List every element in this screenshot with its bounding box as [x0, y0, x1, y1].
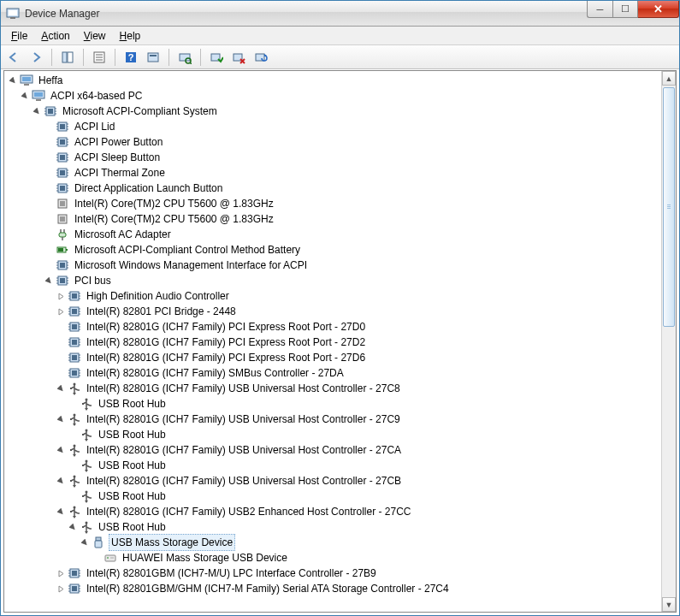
tree-node[interactable]: USB Root Hub — [8, 427, 661, 442]
tree-node[interactable]: Intel(R) 82801G (ICH7 Family) PCI Expres… — [8, 350, 661, 365]
scroll-thumb[interactable] — [663, 87, 675, 327]
svg-rect-109 — [72, 309, 77, 314]
chip-icon — [68, 289, 81, 303]
svg-rect-186 — [82, 526, 84, 528]
menu-file[interactable]: File — [6, 28, 33, 44]
tree-node-label: Intel(R) 82801G (ICH7 Family) SMBus Cont… — [85, 365, 346, 381]
tree-node[interactable]: Microsoft ACPI-Compliant System — [8, 104, 661, 119]
tree-node-label: Intel(R) 82801G (ICH7 Family) USB Univer… — [85, 381, 402, 396]
menu-view[interactable]: View — [79, 28, 111, 44]
tree-node[interactable]: Intel(R) 82801G (ICH7 Family) USB Univer… — [8, 473, 661, 489]
scan-hardware-button[interactable] — [175, 48, 194, 67]
twisty-spacer — [56, 322, 66, 332]
expand-collapse-icon[interactable] — [56, 414, 66, 424]
tree-node[interactable]: Intel(R) 82801G (ICH7 Family) PCI Expres… — [8, 319, 661, 335]
tree-node-label: Intel(R) Core(TM)2 CPU T5600 @ 1.83GHz — [73, 196, 275, 211]
expand-collapse-icon[interactable] — [56, 506, 66, 517]
svg-rect-170 — [82, 465, 84, 466]
expand-collapse-icon[interactable] — [20, 91, 30, 101]
menu-help[interactable]: Help — [115, 28, 146, 44]
back-button[interactable] — [4, 48, 23, 67]
expand-collapse-icon[interactable] — [32, 106, 42, 116]
tree-node[interactable]: Intel(R) 82801 PCI Bridge - 2448 — [8, 304, 661, 319]
scroll-up-button[interactable]: ▲ — [662, 71, 676, 86]
scroll-track[interactable] — [662, 86, 676, 597]
show-hide-tree-button[interactable] — [58, 48, 77, 67]
vertical-scrollbar[interactable]: ▲ ▼ — [661, 71, 676, 612]
tree-node-label: USB Root Hub — [97, 396, 168, 412]
expand-collapse-icon[interactable] — [56, 445, 66, 455]
tree-node[interactable]: HUAWEI Mass Storage USB Device — [8, 550, 661, 566]
tree-node[interactable]: Intel(R) 82801G (ICH7 Family) USB Univer… — [8, 381, 661, 396]
chip-icon — [68, 366, 81, 380]
tree-node[interactable]: USB Mass Storage Device — [8, 535, 661, 550]
close-button[interactable]: ✕ — [638, 1, 679, 18]
tree-node[interactable]: USB Root Hub — [8, 489, 661, 504]
tree-node[interactable]: USB Root Hub — [8, 396, 661, 412]
titlebar[interactable]: Device Manager ─ ☐ ✕ — [1, 1, 679, 27]
svg-point-187 — [90, 528, 92, 530]
tree-node[interactable]: Intel(R) 82801G (ICH7 Family) SMBus Cont… — [8, 365, 661, 381]
tree-node[interactable]: ACPI Lid — [8, 119, 661, 134]
svg-rect-1 — [9, 10, 17, 15]
tree-node[interactable]: USB Root Hub — [8, 458, 661, 473]
expand-collapse-icon[interactable] — [56, 583, 66, 594]
tree-node[interactable]: USB Root Hub — [8, 519, 661, 535]
tree-node[interactable]: ACPI Power Button — [8, 134, 661, 150]
tree-node[interactable]: High Definition Audio Controller — [8, 288, 661, 304]
tree-node[interactable]: PCI bus — [8, 273, 661, 288]
menu-action[interactable]: Action — [36, 28, 74, 44]
tree-node[interactable]: Microsoft ACPI-Compliant Control Method … — [8, 242, 661, 258]
twisty-spacer — [68, 460, 78, 471]
expand-collapse-icon[interactable] — [68, 522, 78, 532]
separator-icon — [200, 49, 201, 66]
tree-node-label: Intel(R) 82801G (ICH7 Family) PCI Expres… — [85, 335, 367, 350]
chip-icon — [56, 135, 69, 149]
expand-collapse-icon[interactable] — [80, 537, 90, 548]
uninstall-button[interactable] — [229, 48, 248, 67]
expand-collapse-icon[interactable] — [56, 383, 66, 394]
maximize-button[interactable]: ☐ — [612, 1, 638, 18]
expand-collapse-icon[interactable] — [8, 75, 18, 86]
tree-node[interactable]: Intel(R) Core(TM)2 CPU T5600 @ 1.83GHz — [8, 211, 661, 227]
tree-node[interactable]: Intel(R) 82801GBM/GHM (ICH7-M Family) Se… — [8, 581, 661, 596]
expand-collapse-icon[interactable] — [56, 291, 66, 301]
svg-rect-28 — [48, 109, 53, 114]
tree-node-label: Intel(R) 82801GBM/GHM (ICH7-M Family) Se… — [85, 581, 451, 596]
twisty-spacer — [56, 368, 66, 378]
tree-node-label: Heffa — [37, 73, 64, 88]
tree-node[interactable]: Intel(R) 82801G (ICH7 Family) USB2 Enhan… — [8, 504, 661, 519]
expand-collapse-icon[interactable] — [56, 306, 66, 317]
tree-node[interactable]: Intel(R) 82801G (ICH7 Family) USB Univer… — [8, 442, 661, 458]
tree-node[interactable]: Heffa — [8, 73, 661, 88]
device-tree[interactable]: HeffaACPI x64-based PCMicrosoft ACPI-Com… — [4, 71, 661, 612]
properties-button[interactable] — [90, 48, 109, 67]
twisty-spacer — [44, 168, 54, 178]
tree-node[interactable]: ACPI Sleep Button — [8, 150, 661, 165]
forward-button[interactable] — [27, 48, 45, 67]
update-driver-button[interactable] — [251, 48, 270, 67]
window-title: Device Manager — [25, 8, 99, 20]
help-button[interactable]: ? — [121, 48, 140, 67]
window-controls: ─ ☐ ✕ — [587, 1, 679, 18]
svg-rect-20 — [256, 54, 264, 61]
action-button[interactable] — [144, 48, 163, 67]
tree-node[interactable]: ACPI Thermal Zone — [8, 165, 661, 181]
minimize-button[interactable]: ─ — [587, 1, 612, 18]
tree-node[interactable]: Intel(R) 82801G (ICH7 Family) USB Univer… — [8, 412, 661, 427]
usb-icon — [68, 474, 81, 488]
tree-node[interactable]: Microsoft Windows Management Interface f… — [8, 258, 661, 273]
tree-node[interactable]: Intel(R) Core(TM)2 CPU T5600 @ 1.83GHz — [8, 196, 661, 211]
scroll-down-button[interactable]: ▼ — [662, 597, 676, 612]
tree-node[interactable]: ACPI x64-based PC — [8, 88, 661, 104]
tree-node[interactable]: Direct Application Launch Button — [8, 181, 661, 196]
enable-button[interactable] — [207, 48, 226, 67]
expand-collapse-icon[interactable] — [44, 275, 54, 286]
expand-collapse-icon[interactable] — [56, 568, 66, 578]
tree-node[interactable]: Intel(R) 82801G (ICH7 Family) PCI Expres… — [8, 335, 661, 350]
expand-collapse-icon[interactable] — [56, 476, 66, 486]
tree-node[interactable]: Intel(R) 82801GBM (ICH7-M/U) LPC Interfa… — [8, 566, 661, 581]
twisty-spacer — [44, 229, 54, 240]
tree-node-label: USB Root Hub — [97, 458, 168, 473]
tree-node[interactable]: Microsoft AC Adapter — [8, 227, 661, 242]
